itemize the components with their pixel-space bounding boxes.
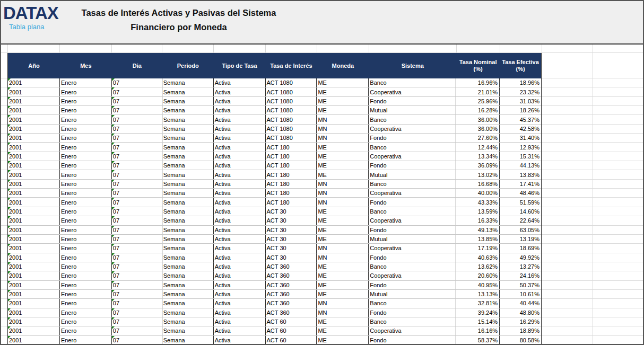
cell-sistema[interactable]: Cooperativa [369, 271, 456, 280]
cell-anio[interactable]: 2001 [8, 170, 60, 179]
cell-tasa-de-interes[interactable]: ACT 30 [266, 253, 317, 262]
cell-tasa-de-interes[interactable]: ACT 180 [266, 180, 317, 188]
cell-periodo[interactable]: Semana [162, 189, 214, 197]
cell-periodo[interactable]: Semana [162, 161, 214, 170]
cell-mes[interactable]: Enero [60, 244, 112, 252]
cell-mes[interactable]: Enero [60, 87, 112, 96]
cell-dia[interactable]: 07 [112, 226, 162, 234]
cell-tasa-de-interes[interactable]: ACT 360 [266, 308, 317, 317]
cell-sistema[interactable]: Cooperativa [369, 216, 456, 225]
cell-dia[interactable]: 07 [112, 207, 162, 216]
cell-moneda[interactable]: ME [317, 290, 369, 298]
cell-tasa-efectiva[interactable]: 12.93% [500, 143, 541, 151]
cell-mes[interactable]: Enero [60, 235, 112, 243]
cell-periodo[interactable]: Semana [162, 299, 214, 307]
cell-anio[interactable]: 2001 [8, 87, 60, 96]
cell-moneda[interactable]: ME [317, 326, 369, 335]
cell-tipo-de-tasa[interactable]: Activa [214, 253, 266, 262]
cell-mes[interactable]: Enero [60, 299, 112, 307]
cell-anio[interactable]: 2001 [8, 262, 60, 271]
cell-tasa-de-interes[interactable]: ACT 360 [266, 262, 317, 271]
cell-tasa-efectiva[interactable]: 40.44% [500, 299, 541, 307]
cell-tipo-de-tasa[interactable]: Activa [214, 198, 266, 206]
cell-tipo-de-tasa[interactable]: Activa [214, 106, 266, 114]
cell-sistema[interactable]: Fondo [369, 308, 456, 317]
cell-dia[interactable]: 07 [112, 290, 162, 298]
cell-moneda[interactable]: ME [317, 271, 369, 280]
cell-moneda[interactable]: MN [317, 308, 369, 317]
cell-dia[interactable]: 07 [112, 152, 162, 161]
cell-mes[interactable]: Enero [60, 226, 112, 234]
cell-tipo-de-tasa[interactable]: Activa [214, 207, 266, 216]
cell-tasa-de-interes[interactable]: ACT 360 [266, 281, 317, 289]
cell-dia[interactable]: 07 [112, 170, 162, 179]
cell-tasa-de-interes[interactable]: ACT 30 [266, 216, 317, 225]
cell-anio[interactable]: 2001 [8, 308, 60, 317]
cell-tipo-de-tasa[interactable]: Activa [214, 226, 266, 234]
cell-dia[interactable]: 07 [112, 308, 162, 317]
cell-moneda[interactable]: ME [317, 78, 369, 87]
cell-sistema[interactable]: Mutual [369, 235, 456, 243]
cell-tasa-efectiva[interactable]: 51.59% [500, 198, 541, 206]
cell-tipo-de-tasa[interactable]: Activa [214, 152, 266, 161]
cell-dia[interactable]: 07 [112, 253, 162, 262]
cell-mes[interactable]: Enero [60, 336, 112, 344]
cell-periodo[interactable]: Semana [162, 207, 214, 216]
cell-tasa-efectiva[interactable]: 63.05% [500, 226, 541, 234]
cell-tasa-efectiva[interactable]: 48.80% [500, 308, 541, 317]
cell-periodo[interactable]: Semana [162, 143, 214, 151]
cell-sistema[interactable]: Fondo [369, 134, 456, 142]
cell-tasa-nominal[interactable]: 36.09% [456, 161, 500, 170]
cell-mes[interactable]: Enero [60, 281, 112, 289]
cell-mes[interactable]: Enero [60, 308, 112, 317]
cell-sistema[interactable]: Banco [369, 262, 456, 271]
cell-sistema[interactable]: Cooperativa [369, 326, 456, 335]
cell-dia[interactable]: 07 [112, 216, 162, 225]
cell-tasa-de-interes[interactable]: ACT 360 [266, 299, 317, 307]
cell-sistema[interactable]: Fondo [369, 198, 456, 206]
cell-tasa-de-interes[interactable]: ACT 1080 [266, 97, 317, 105]
cell-tasa-efectiva[interactable]: 80.58% [500, 336, 541, 344]
cell-tasa-de-interes[interactable]: ACT 1080 [266, 87, 317, 96]
cell-tasa-de-interes[interactable]: ACT 30 [266, 226, 317, 234]
cell-periodo[interactable]: Semana [162, 198, 214, 206]
cell-mes[interactable]: Enero [60, 180, 112, 188]
cell-tipo-de-tasa[interactable]: Activa [214, 97, 266, 105]
cell-mes[interactable]: Enero [60, 115, 112, 123]
cell-tasa-nominal[interactable]: 13.59% [456, 207, 500, 216]
cell-tasa-de-interes[interactable]: ACT 360 [266, 271, 317, 280]
cell-periodo[interactable]: Semana [162, 78, 214, 87]
cell-tasa-efectiva[interactable]: 50.37% [500, 281, 541, 289]
cell-moneda[interactable]: ME [317, 281, 369, 289]
column-header-tasa-nominal[interactable]: Tasa Nominal (%) [456, 53, 500, 78]
cell-anio[interactable]: 2001 [8, 189, 60, 197]
cell-tasa-efectiva[interactable]: 48.46% [500, 189, 541, 197]
cell-tasa-de-interes[interactable]: ACT 60 [266, 336, 317, 344]
cell-tasa-efectiva[interactable]: 10.61% [500, 290, 541, 298]
cell-tasa-de-interes[interactable]: ACT 1080 [266, 106, 317, 114]
cell-mes[interactable]: Enero [60, 78, 112, 87]
cell-moneda[interactable]: MN [317, 115, 369, 123]
cell-dia[interactable]: 07 [112, 244, 162, 252]
cell-tasa-nominal[interactable]: 43.33% [456, 198, 500, 206]
cell-periodo[interactable]: Semana [162, 336, 214, 344]
cell-tipo-de-tasa[interactable]: Activa [214, 78, 266, 87]
cell-mes[interactable]: Enero [60, 216, 112, 225]
cell-anio[interactable]: 2001 [8, 244, 60, 252]
cell-tipo-de-tasa[interactable]: Activa [214, 336, 266, 344]
cell-tasa-nominal[interactable]: 16.16% [456, 326, 500, 335]
cell-moneda[interactable]: ME [317, 336, 369, 344]
cell-moneda[interactable]: MN [317, 299, 369, 307]
cell-dia[interactable]: 07 [112, 161, 162, 170]
cell-tasa-nominal[interactable]: 12.44% [456, 143, 500, 151]
cell-dia[interactable]: 07 [112, 326, 162, 335]
cell-periodo[interactable]: Semana [162, 134, 214, 142]
cell-tipo-de-tasa[interactable]: Activa [214, 134, 266, 142]
cell-anio[interactable]: 2001 [8, 115, 60, 123]
cell-mes[interactable]: Enero [60, 198, 112, 206]
cell-periodo[interactable]: Semana [162, 226, 214, 234]
cell-tipo-de-tasa[interactable]: Activa [214, 87, 266, 96]
cell-anio[interactable]: 2001 [8, 299, 60, 307]
cell-sistema[interactable]: Banco [369, 317, 456, 326]
cell-tasa-nominal[interactable]: 16.68% [456, 180, 500, 188]
